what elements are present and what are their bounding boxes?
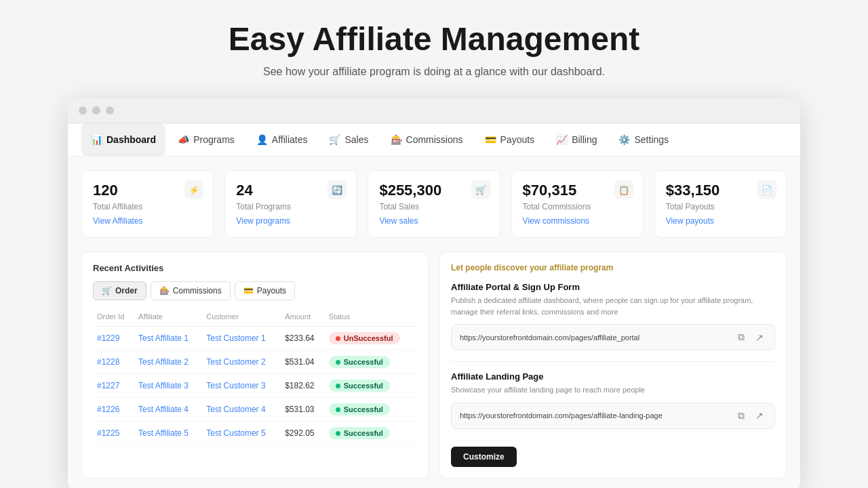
- activity-panel: Recent Activities 🛒 Order 🎰 Commissions …: [81, 251, 429, 479]
- stat-label-commissions: Total Commissions: [523, 202, 632, 211]
- page-title: Easy Affiliate Management: [229, 20, 639, 58]
- portal-description: Publish a dedicated affiliate dashboard,…: [451, 295, 775, 317]
- portal-copy-button[interactable]: ⧉: [735, 330, 747, 344]
- nav-label-settings: Settings: [634, 134, 669, 145]
- nav-item-programs[interactable]: 📣 Programs: [168, 123, 244, 156]
- table-row: #1229Test Affiliate 1Test Customer 1$233…: [93, 327, 417, 350]
- browser-dot-3: [106, 106, 114, 115]
- tab-payouts[interactable]: 💳 Payouts: [235, 281, 295, 300]
- table-row: #1228Test Affiliate 2Test Customer 2$531…: [93, 350, 417, 374]
- customize-button[interactable]: Customize: [451, 447, 517, 467]
- browser-bar: [68, 98, 800, 123]
- activities-section-title: Recent Activities: [93, 263, 417, 273]
- browser-window: 📊 Dashboard 📣 Programs 👤 Affiliates 🛒 Sa…: [68, 98, 800, 488]
- table-row: #1227Test Affiliate 3Test Customer 3$182…: [93, 374, 417, 398]
- stat-label-payouts: Total Payouts: [666, 202, 775, 211]
- nav-item-commissions[interactable]: 🎰 Commissions: [381, 123, 473, 156]
- nav-item-billing[interactable]: 📈 Billing: [547, 123, 606, 156]
- stat-card-commissions: 📋 $70,315 Total Commissions View commiss…: [511, 170, 644, 238]
- nav-item-dashboard[interactable]: 📊 Dashboard: [81, 123, 165, 156]
- landing-url: https://yourstorefrontdomain.com/pages/a…: [460, 411, 730, 420]
- stat-label-programs: Total Programs: [236, 202, 345, 211]
- stat-icon-sales: 🛒: [471, 180, 490, 199]
- landing-copy-button[interactable]: ⧉: [735, 409, 747, 423]
- order-id-link[interactable]: #1227: [97, 381, 119, 390]
- stats-row: ⚡ 120 Total Affiliates View Affiliates 🔄…: [68, 157, 800, 251]
- affiliate-link[interactable]: Test Affiliate 5: [138, 428, 189, 438]
- order-tab-icon: 🛒: [102, 286, 112, 296]
- orders-table: Order Id Affiliate Customer Amount Statu…: [93, 310, 417, 445]
- customer-link[interactable]: Test Customer 3: [206, 381, 265, 390]
- order-id-link[interactable]: #1228: [97, 357, 119, 367]
- tab-row: 🛒 Order 🎰 Commissions 💳 Payouts: [93, 281, 417, 300]
- commissions-tab-label: Commissions: [173, 286, 222, 296]
- divider: [451, 361, 775, 362]
- landing-open-button[interactable]: ↗: [753, 409, 766, 422]
- landing-title: Affiliate Landing Page: [451, 371, 775, 382]
- table-row: #1226Test Affiliate 4Test Customer 4$531…: [93, 398, 417, 422]
- tab-commissions[interactable]: 🎰 Commissions: [151, 281, 231, 300]
- discover-header: Let people discover your affiliate progr…: [451, 263, 775, 272]
- stat-icon-programs: 🔄: [328, 180, 347, 199]
- affiliate-link[interactable]: Test Affiliate 3: [138, 381, 189, 390]
- stat-link-commissions[interactable]: View commissions: [523, 216, 589, 226]
- stat-link-programs[interactable]: View programs: [236, 216, 290, 226]
- stat-icon-payouts: 📄: [757, 180, 776, 199]
- nav-label-affiliates: Affiliates: [272, 134, 308, 145]
- status-badge: Successful: [329, 356, 390, 368]
- nav-item-payouts[interactable]: 💳 Payouts: [475, 123, 545, 156]
- nav-label-billing: Billing: [572, 134, 597, 145]
- main-grid: Recent Activities 🛒 Order 🎰 Commissions …: [68, 251, 800, 488]
- portal-section: Affiliate Portal & Sign Up Form Publish …: [451, 282, 775, 350]
- nav-item-sales[interactable]: 🛒 Sales: [319, 123, 378, 156]
- col-header-customer: Customer: [202, 310, 281, 327]
- stat-icon-commissions: 📋: [614, 180, 633, 199]
- status-badge: Successful: [329, 403, 390, 415]
- portal-url: https://yourstorefrontdomain.com/pages/a…: [460, 333, 730, 342]
- portal-open-button[interactable]: ↗: [753, 331, 766, 344]
- stat-link-affiliates[interactable]: View Affiliates: [93, 216, 143, 226]
- order-amount: $182.62: [281, 374, 325, 398]
- app-content: 📊 Dashboard 📣 Programs 👤 Affiliates 🛒 Sa…: [68, 123, 800, 488]
- browser-dot-1: [79, 106, 87, 115]
- order-amount: $233.64: [281, 327, 325, 350]
- tab-order[interactable]: 🛒 Order: [93, 281, 146, 300]
- stat-link-payouts[interactable]: View payouts: [666, 216, 714, 226]
- stat-link-sales[interactable]: View sales: [379, 216, 418, 226]
- portal-url-row: https://yourstorefrontdomain.com/pages/a…: [451, 324, 775, 350]
- status-badge: UnSuccessful: [329, 332, 400, 344]
- table-row: #1225Test Affiliate 5Test Customer 5$292…: [93, 422, 417, 445]
- nav-bar: 📊 Dashboard 📣 Programs 👤 Affiliates 🛒 Sa…: [68, 123, 800, 157]
- status-badge: Successful: [329, 380, 390, 392]
- landing-description: Showcase your affiliate landing page to …: [451, 384, 775, 396]
- nav-label-dashboard: Dashboard: [106, 134, 156, 145]
- order-id-link[interactable]: #1225: [97, 428, 119, 438]
- commissions-icon: 🎰: [391, 134, 402, 145]
- affiliate-link[interactable]: Test Affiliate 1: [138, 333, 189, 343]
- nav-label-sales: Sales: [344, 134, 368, 145]
- col-header-affiliate: Affiliate: [134, 310, 202, 327]
- nav-label-commissions: Commissions: [406, 134, 463, 145]
- affiliate-link[interactable]: Test Affiliate 2: [138, 357, 189, 367]
- stat-label-sales: Total Sales: [379, 202, 488, 211]
- affiliate-link[interactable]: Test Affiliate 4: [138, 405, 189, 414]
- commissions-tab-icon: 🎰: [159, 286, 170, 296]
- order-id-link[interactable]: #1226: [97, 405, 119, 414]
- nav-item-affiliates[interactable]: 👤 Affiliates: [247, 123, 317, 156]
- discover-panel: Let people discover your affiliate progr…: [439, 251, 787, 479]
- customer-link[interactable]: Test Customer 2: [206, 357, 265, 367]
- order-amount: $292.05: [281, 422, 325, 445]
- affiliates-icon: 👤: [256, 134, 268, 145]
- stat-icon-affiliates: ⚡: [184, 180, 203, 199]
- order-id-link[interactable]: #1229: [97, 333, 119, 343]
- nav-item-settings[interactable]: ⚙️ Settings: [609, 123, 678, 156]
- browser-dot-2: [92, 106, 100, 115]
- stat-label-affiliates: Total Affiliates: [93, 202, 202, 211]
- customer-link[interactable]: Test Customer 5: [206, 428, 265, 438]
- landing-url-row: https://yourstorefrontdomain.com/pages/a…: [451, 403, 775, 429]
- landing-section: Affiliate Landing Page Showcase your aff…: [451, 371, 775, 429]
- customer-link[interactable]: Test Customer 4: [206, 405, 265, 414]
- customer-link[interactable]: Test Customer 1: [206, 333, 265, 343]
- payouts-icon: 💳: [485, 134, 496, 145]
- col-header-amount: Amount: [281, 310, 325, 327]
